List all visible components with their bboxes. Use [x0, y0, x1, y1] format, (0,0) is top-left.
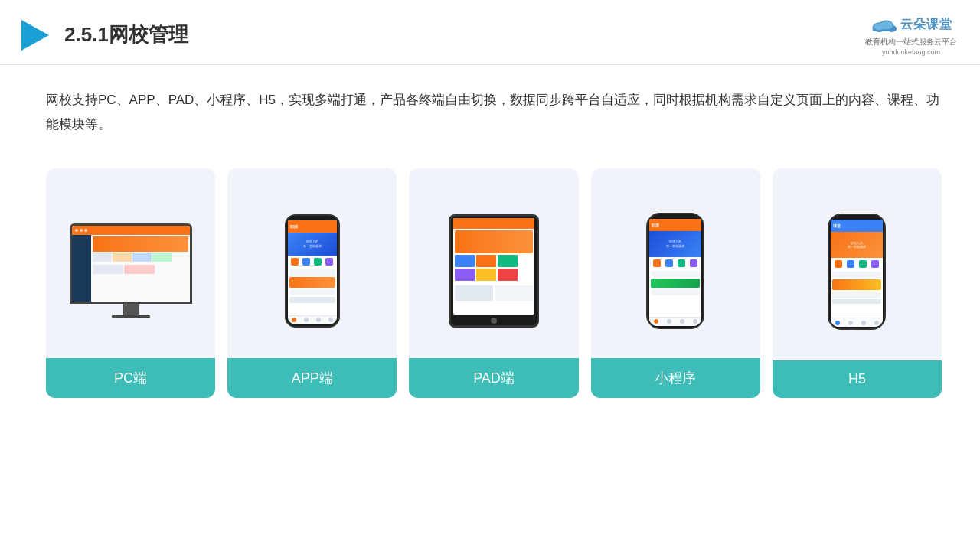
- tablet-grid: [455, 255, 533, 281]
- h5-card: 课堂 职涯人的第一堂刷题课: [773, 168, 942, 398]
- miniapp-phone: 职涯 职涯人的第一堂刷题课: [646, 213, 704, 329]
- header: 2.5.1网校管理 云朵课堂 教育机构一站式服务云平台 yunduoketang…: [0, 0, 980, 65]
- h5-screen: 课堂 职涯人的第一堂刷题课: [831, 220, 883, 327]
- h5-hero: 职涯人的第一堂刷题课: [831, 232, 883, 258]
- tablet-hero: [455, 230, 533, 253]
- miniapp-icons: [649, 257, 701, 269]
- h5-content: [831, 270, 883, 318]
- miniapp-hero: 职涯人的第一堂刷题课: [649, 231, 701, 257]
- brand-url: yunduoketang.com: [882, 48, 940, 56]
- h5-notch: [848, 215, 866, 220]
- phone-content: [288, 268, 337, 315]
- brand-name: 云朵课堂: [900, 17, 952, 33]
- svg-point-6: [880, 21, 893, 30]
- brand-cloud: 云朵课堂: [870, 14, 952, 35]
- phone-screen: 职涯 职涯人的第一堂刷题课: [288, 220, 337, 324]
- miniapp-label: 小程序: [591, 358, 760, 398]
- app-card: 职涯 职涯人的第一堂刷题课: [227, 168, 397, 398]
- h5-icons: [831, 258, 883, 270]
- app-image-area: 职涯 职涯人的第一堂刷题课: [240, 184, 384, 358]
- h5-hero-text: 职涯人的第一堂刷题课: [848, 241, 866, 249]
- miniapp-nav: [649, 317, 701, 326]
- device-cards-container: PC端 职涯 职涯人的第一堂刷题课: [0, 145, 980, 413]
- tablet-home: [491, 318, 497, 324]
- app-label: APP端: [227, 358, 397, 398]
- phone-nav: [288, 315, 337, 324]
- h5-image-area: 课堂 职涯人的第一堂刷题课: [785, 184, 929, 360]
- tablet-screen: [453, 218, 534, 315]
- miniapp-image-area: 职涯 职涯人的第一堂刷题课: [603, 184, 748, 358]
- pc-monitor: [70, 223, 192, 318]
- h5-label: H5: [773, 360, 942, 398]
- phone-hero-text: 职涯人的第一堂刷题课: [303, 240, 322, 248]
- miniapp-hero-text: 职涯人的第一堂刷题课: [666, 240, 684, 248]
- h5-nav: [831, 318, 883, 327]
- phone-header: 职涯: [288, 220, 337, 233]
- brand-logo: 云朵课堂 教育机构一站式服务云平台 yunduoketang.com: [865, 14, 957, 56]
- app-phone: 职涯 职涯人的第一堂刷题课: [285, 214, 340, 328]
- pc-card: PC端: [46, 168, 215, 398]
- pad-label: PAD端: [409, 358, 578, 398]
- tablet-mockup: [449, 214, 539, 328]
- svg-marker-0: [21, 20, 49, 51]
- cloud-icon: [870, 14, 897, 35]
- phone-hero: 职涯人的第一堂刷题课: [288, 233, 337, 256]
- miniapp-card: 职涯 职涯人的第一堂刷题课: [591, 168, 760, 398]
- pad-image-area: [421, 184, 566, 358]
- miniapp-header: 职涯: [649, 219, 701, 231]
- phone-notch: [303, 216, 322, 220]
- brand-tagline: 教育机构一站式服务云平台: [865, 37, 957, 47]
- miniapp-notch: [666, 214, 684, 219]
- header-left: 2.5.1网校管理: [15, 17, 188, 54]
- h5-phone: 课堂 职涯人的第一堂刷题课: [828, 214, 886, 330]
- pad-card: PAD端: [409, 168, 578, 398]
- pc-label: PC端: [46, 358, 215, 398]
- phone-icons-row: [288, 256, 337, 268]
- play-logo-icon: [15, 17, 52, 54]
- pc-image-area: [58, 184, 203, 358]
- tablet-content: [453, 229, 534, 315]
- page-title: 2.5.1网校管理: [64, 21, 188, 48]
- tablet-topbar: [453, 218, 534, 229]
- miniapp-screen: 职涯 职涯人的第一堂刷题课: [649, 219, 701, 326]
- miniapp-content: [649, 269, 701, 317]
- description-text: 网校支持PC、APP、PAD、小程序、H5，实现多端打通，产品各终端自由切换，数…: [0, 65, 980, 138]
- h5-header: 课堂: [831, 220, 883, 232]
